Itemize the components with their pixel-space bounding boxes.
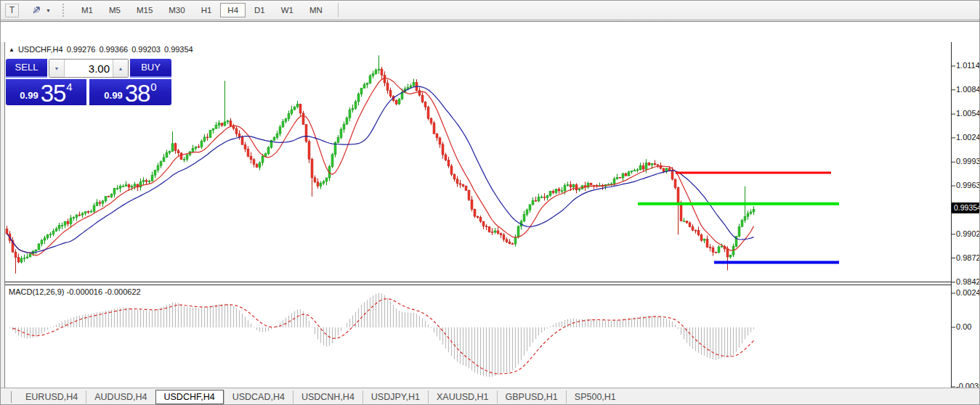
one-click-trading-widget: SELL ▼ ▲ BUY 0.99 35 4 0.99 38 0	[6, 59, 171, 105]
macd-signal	[13, 299, 754, 374]
macd-signal-line	[13, 299, 754, 374]
tab-usdcnh-h4[interactable]: USDCNH,H4	[293, 390, 363, 404]
chart-header: ▲USDCHF,H40.992760.993660.992030.99354	[9, 45, 193, 54]
expand-triangle-icon[interactable]: ▲	[9, 46, 15, 53]
volume-spinner: ▼ ▲	[49, 59, 129, 78]
toolbar-separator	[338, 3, 339, 17]
price-axis-label: 0.99635	[956, 181, 980, 189]
chart-symbol-label: USDCHF,H4	[18, 45, 63, 54]
horizontal-lines	[638, 173, 839, 263]
tab-audusd-h4[interactable]: AUDUSD,H4	[86, 390, 155, 404]
timeframe-mn-button[interactable]: MN	[302, 3, 330, 17]
buy-price-big-digits: 38	[125, 82, 150, 105]
timeframe-d1-button[interactable]: D1	[247, 3, 272, 17]
price-axis-label: 0.98725	[956, 253, 980, 262]
sell-button[interactable]: SELL	[6, 59, 47, 78]
macd-indicator-label: MACD(12,26,9) -0.000016 -0.000622	[9, 287, 141, 296]
price-axis-label: 0.98420	[956, 277, 980, 286]
price-axis-label: 0.99935	[956, 157, 980, 165]
current-price-tag: 0.99354	[952, 202, 980, 213]
slow-ma-line	[7, 86, 754, 253]
buy-price-pip-digit: 0	[150, 81, 156, 93]
price-axis-label: 1.00240	[956, 133, 980, 142]
price-axis-label: 0.99025	[956, 229, 980, 238]
price-axis-label: 1.01145	[956, 61, 980, 70]
price-axis-label: 1.00845	[956, 85, 980, 94]
ohlc-high: 0.99366	[99, 45, 128, 54]
timeframe-m5-button[interactable]: M5	[102, 3, 128, 17]
buy-button[interactable]: BUY	[130, 59, 171, 78]
ohlc-close: 0.99354	[164, 45, 193, 54]
sell-price-display[interactable]: 0.99 35 4	[6, 79, 86, 105]
macd-histogram	[10, 293, 754, 377]
toolbar-drag-grip[interactable]	[62, 4, 65, 17]
timeframe-h4-button[interactable]: H4	[220, 3, 246, 17]
window-left-edge	[1, 42, 5, 405]
volume-increase-button[interactable]: ▲	[113, 60, 128, 77]
cursor-arrows-icon[interactable]	[31, 4, 42, 16]
tab-bar-grip	[4, 391, 12, 403]
timeframe-h1-button[interactable]: H1	[194, 3, 219, 17]
macd-axis-label: 0.002492	[956, 288, 980, 297]
tab-eurusd-h4[interactable]: EURUSD,H4	[17, 390, 86, 404]
timeframe-toolbar: M1M5M15M30H1H4D1W1MN	[73, 3, 331, 17]
caret-down-icon: ▼	[54, 66, 60, 71]
chart-tabs: EURUSD,H4AUDUSD,H4USDCHF,H4USDCAD,H4USDC…	[17, 390, 624, 404]
pane-separator-line[interactable]	[5, 282, 951, 282]
tab-gbpusd-h1[interactable]: GBPUSD,H1	[497, 390, 566, 404]
tab-usdjpy-h1[interactable]: USDJPY,H1	[363, 390, 428, 404]
sell-price-pip-digit: 4	[66, 81, 72, 93]
mt4-window: T ▼ M1M5M15M30H1H4D1W1MN ▲USDCHF,H40.992…	[0, 0, 980, 405]
tab-usdcad-h4[interactable]: USDCAD,H4	[224, 390, 293, 404]
chart-tabs-bar: EURUSD,H4AUDUSD,H4USDCHF,H4USDCAD,H4USDC…	[1, 388, 979, 405]
macd-axis-label: 0.00	[956, 322, 971, 331]
price-axis-label: 1.00540	[956, 109, 980, 118]
timeframe-w1-button[interactable]: W1	[274, 3, 301, 17]
sell-price-prefix: 0.99	[20, 90, 38, 101]
volume-decrease-button[interactable]: ▼	[49, 60, 65, 77]
ohlc-low: 0.99203	[131, 45, 161, 54]
toolbar: T ▼ M1M5M15M30H1H4D1W1MN	[1, 1, 979, 20]
price-axis-border	[951, 42, 952, 392]
pane-separator-line[interactable]	[5, 285, 951, 285]
buy-price-prefix: 0.99	[104, 90, 122, 101]
tab-xauusd-h1[interactable]: XAUUSD,H1	[428, 390, 497, 404]
timeframe-m15-button[interactable]: M15	[129, 3, 160, 17]
text-tool-button[interactable]: T	[5, 4, 19, 17]
volume-input[interactable]	[65, 60, 113, 77]
ohlc-open: 0.99276	[67, 45, 96, 54]
buy-price-display[interactable]: 0.99 38 0	[89, 79, 171, 105]
sell-price-big-digits: 35	[41, 82, 66, 105]
chart-window: ▲USDCHF,H40.992760.993660.992030.99354 S…	[1, 21, 980, 388]
tab-usdchf-h4[interactable]: USDCHF,H4	[155, 390, 224, 404]
caret-up-icon: ▲	[118, 66, 123, 71]
dropdown-caret-icon[interactable]: ▼	[46, 8, 51, 13]
tab-sp500-h1[interactable]: SP500,H1	[566, 390, 624, 404]
timeframe-m30-button[interactable]: M30	[161, 3, 192, 17]
timeframe-m1-button[interactable]: M1	[74, 3, 100, 17]
